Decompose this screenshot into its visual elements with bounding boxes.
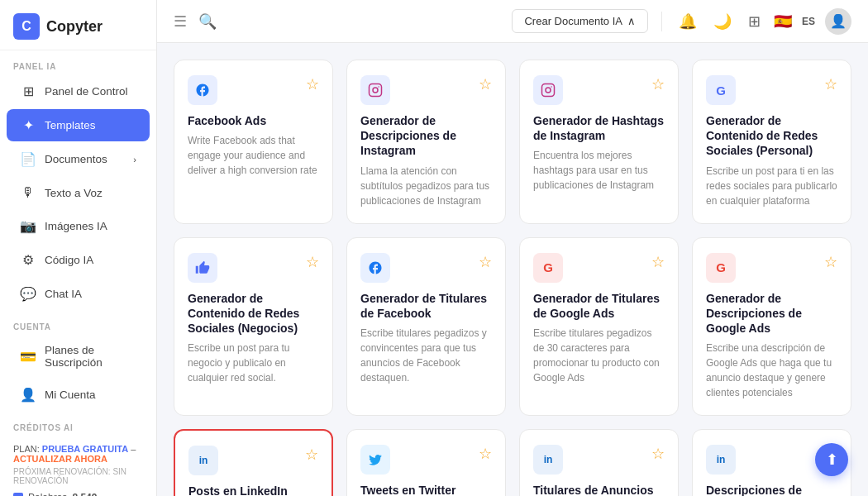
- card-title: Facebook Ads: [188, 113, 319, 128]
- menu-icon[interactable]: ☰: [174, 12, 187, 31]
- card-title: Generador de Descripciones de Google Ads: [706, 291, 837, 336]
- user-avatar[interactable]: 👤: [825, 8, 851, 35]
- bell-button[interactable]: 🔔: [675, 9, 700, 34]
- linkedin-desc-icon: in: [706, 445, 736, 475]
- card-title: Titulares de Anuncios en LinkedIn: [533, 483, 665, 496]
- chat-icon: 💬: [20, 286, 36, 302]
- sidebar-item-label: Documentos: [45, 153, 107, 165]
- sidebar-item-texto-voz[interactable]: 🎙 Texto a Voz: [7, 177, 150, 208]
- star-button[interactable]: ☆: [479, 75, 492, 93]
- chevron-right-icon: ›: [133, 155, 136, 165]
- panel-ia-section-label: PANEL IA: [0, 50, 156, 74]
- instagram-icon: [360, 75, 390, 105]
- plan-free-link[interactable]: PRUEBA GRATUITA: [42, 444, 128, 454]
- flag-icon: 🇪🇸: [774, 12, 792, 31]
- card-facebook-ads[interactable]: ☆ Facebook Ads Write Facebook ads that e…: [174, 60, 333, 224]
- palabras-label: Palabras: [28, 492, 67, 496]
- svg-rect-0: [370, 84, 382, 97]
- sidebar-item-label: Imágenes IA: [45, 220, 107, 232]
- sidebar-item-label: Panel de Control: [45, 85, 128, 98]
- star-button[interactable]: ☆: [306, 75, 319, 93]
- scroll-top-button[interactable]: ⬆: [815, 443, 848, 476]
- sidebar-item-label: Chat IA: [45, 288, 82, 300]
- card-icon: 💳: [20, 349, 36, 365]
- moon-button[interactable]: 🌙: [710, 9, 735, 34]
- sidebar-item-label: Planes de Suscripción: [45, 344, 136, 369]
- google-desc-icon: G: [706, 253, 736, 283]
- facebook-icon: [360, 253, 390, 283]
- star-button[interactable]: ☆: [479, 445, 492, 463]
- facebook-ads-icon: [188, 75, 217, 105]
- logo-area: C Copyter: [0, 0, 156, 50]
- card-titulares-linkedin[interactable]: in ☆ Titulares de Anuncios en LinkedIn T…: [519, 429, 679, 496]
- card-generador-titulares-google[interactable]: G ☆ Generador de Titulares de Google Ads…: [519, 237, 679, 417]
- creditos-section-label: CRÉDITOS AI: [0, 412, 156, 436]
- star-button[interactable]: ☆: [651, 445, 665, 463]
- star-button[interactable]: ☆: [651, 75, 665, 93]
- card-desc: Escribe un post para tu negocio y public…: [188, 341, 319, 385]
- grid-icon: ⊞: [20, 83, 36, 99]
- search-icon[interactable]: 🔍: [198, 12, 217, 31]
- card-header: in ☆: [188, 446, 318, 475]
- templates-icon: ✦: [20, 117, 36, 133]
- lang-label: ES: [802, 16, 815, 27]
- main-area: ☰ 🔍 Crear Documento IA ∧ 🔔 🌙 ⊞ 🇪🇸 ES 👤 ☆: [157, 0, 868, 496]
- sidebar-item-label: Texto a Voz: [45, 187, 103, 199]
- card-title: Generador de Contenido de Redes Sociales…: [706, 113, 837, 159]
- mic-icon: 🎙: [20, 185, 36, 200]
- star-button[interactable]: ☆: [651, 253, 665, 271]
- card-generador-contenido-redes-sociales[interactable]: G ☆ Generador de Contenido de Redes Soci…: [692, 60, 851, 224]
- plan-info: PLAN: PRUEBA GRATUITA – ACTUALIZAR AHORA: [13, 444, 143, 464]
- card-desc: Write Facebook ads that engage your audi…: [188, 133, 319, 178]
- svg-point-4: [546, 88, 551, 93]
- star-button[interactable]: ☆: [824, 253, 837, 271]
- chevron-up-icon: ∧: [627, 15, 636, 27]
- card-generador-contenido-negocios[interactable]: ☆ Generador de Contenido de Redes Social…: [174, 237, 333, 417]
- card-title: Generador de Contenido de Redes Sociales…: [188, 291, 319, 336]
- palabras-dot: [13, 493, 23, 496]
- business-social-icon: [188, 253, 217, 283]
- sidebar-item-panel-control[interactable]: ⊞ Panel de Control: [7, 75, 150, 107]
- cards-grid: ☆ Facebook Ads Write Facebook ads that e…: [174, 60, 851, 496]
- renovation-text: PRÓXIMA RENOVACIÓN: SIN RENOVACIÓN: [13, 467, 143, 485]
- svg-point-5: [551, 86, 552, 88]
- sidebar-item-mi-cuenta[interactable]: 👤 Mi Cuenta: [7, 379, 150, 411]
- svg-point-1: [373, 88, 378, 93]
- sidebar-item-documentos[interactable]: 📄 Documentos ›: [7, 143, 150, 175]
- card-desc: Escribe titulares pegadizos y convincent…: [360, 326, 492, 385]
- card-generador-descripciones-instagram[interactable]: ☆ Generador de Descripciones de Instagra…: [346, 60, 506, 224]
- logo-icon: C: [13, 13, 40, 40]
- card-desc: Escribe titulares pegadizos de 30 caract…: [533, 326, 665, 385]
- card-generador-descripciones-google[interactable]: G ☆ Generador de Descripciones de Google…: [692, 237, 851, 417]
- sidebar-item-planes[interactable]: 💳 Planes de Suscripción: [7, 336, 150, 377]
- card-title: Generador de Titulares de Facebook: [360, 291, 492, 321]
- topbar-center: Crear Documento IA ∧ 🔔 🌙 ⊞ 🇪🇸 ES 👤: [227, 8, 851, 35]
- star-button[interactable]: ☆: [479, 253, 492, 271]
- card-posts-linkedin[interactable]: in ☆ Posts en LinkedIn Crea un post de l…: [174, 429, 333, 496]
- sidebar-item-chat-ia[interactable]: 💬 Chat IA: [7, 278, 150, 310]
- topbar: ☰ 🔍 Crear Documento IA ∧ 🔔 🌙 ⊞ 🇪🇸 ES 👤: [157, 0, 868, 43]
- card-desc: Encuentra los mejores hashtags para usar…: [533, 148, 665, 193]
- crear-label: Crear Documento IA: [524, 15, 622, 27]
- social-content-icon: G: [706, 75, 736, 105]
- star-button[interactable]: ☆: [305, 446, 318, 464]
- document-icon: 📄: [20, 151, 36, 167]
- card-generador-hashtags-instagram[interactable]: ☆ Generador de Hashtags de Instagram Enc…: [519, 60, 679, 224]
- star-button[interactable]: ☆: [824, 75, 837, 93]
- card-header: G ☆: [706, 253, 837, 283]
- palabras-value: 8,549: [72, 492, 97, 496]
- sidebar-item-imagenes-ia[interactable]: 📷 Imágenes IA: [7, 210, 150, 242]
- card-header: in ☆: [533, 445, 665, 475]
- plan-upgrade-link[interactable]: ACTUALIZAR AHORA: [13, 454, 107, 464]
- expand-button[interactable]: ⊞: [745, 9, 764, 34]
- sidebar-item-codigo-ia[interactable]: ⚙ Código IA: [7, 244, 150, 276]
- star-button[interactable]: ☆: [306, 253, 319, 271]
- sidebar: C Copyter PANEL IA ⊞ Panel de Control ✦ …: [0, 0, 157, 496]
- crear-documento-button[interactable]: Crear Documento IA ∧: [512, 9, 648, 33]
- sidebar-item-templates[interactable]: ✦ Templates: [7, 109, 150, 141]
- card-header: ☆: [360, 445, 492, 475]
- google-ads-icon: G: [533, 253, 563, 283]
- card-header: G ☆: [533, 253, 665, 283]
- card-tweets-twitter[interactable]: ☆ Tweets en Twitter Generar tweets inter…: [346, 429, 506, 496]
- card-generador-titulares-facebook[interactable]: ☆ Generador de Titulares de Facebook Esc…: [346, 237, 506, 417]
